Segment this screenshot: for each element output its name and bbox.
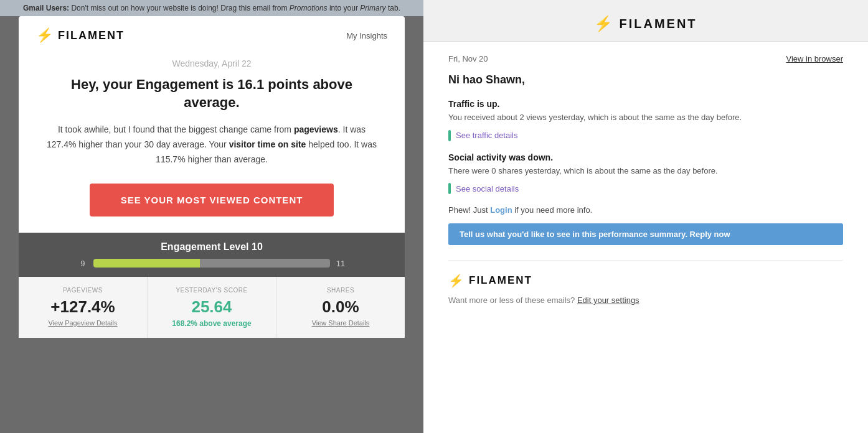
- email-header: ⚡ FILAMENT My Insights: [19, 16, 405, 52]
- progress-min: 9: [78, 259, 87, 268]
- meta-row: Fri, Nov 20 View in browser: [448, 54, 843, 63]
- pageviews-bold: pageviews: [294, 124, 338, 134]
- left-logo-area: ⚡ FILAMENT: [36, 27, 125, 44]
- left-bolt-icon: ⚡: [36, 27, 53, 44]
- social-text: There were 0 shares yesterday, which is …: [448, 165, 843, 177]
- score-label: YESTERDAY'S SCORE: [160, 287, 263, 294]
- right-bolt-icon: ⚡: [594, 15, 613, 32]
- view-in-browser-link[interactable]: View in browser: [786, 54, 843, 63]
- footer-text: Phew! Just Login if you need more info.: [448, 205, 843, 215]
- social-detail-link: See social details: [448, 183, 843, 194]
- gmail-users-label: Gmail Users:: [23, 4, 69, 12]
- engagement-level: 10: [252, 241, 263, 252]
- footer-bolt-icon: ⚡: [448, 273, 464, 288]
- traffic-title: Traffic is up.: [448, 99, 843, 109]
- settings-text: Want more or less of these emails? Edit …: [448, 296, 843, 305]
- edit-settings-link[interactable]: Edit your settings: [577, 296, 639, 305]
- cta-button[interactable]: SEE YOUR MOST VIEWED CONTENT: [90, 184, 334, 216]
- traffic-text: You received about 2 views yesterday, wh…: [448, 111, 843, 124]
- body-text-1: It took awhile, but I found that the big…: [58, 124, 294, 134]
- email-date: Wednesday, April 22: [44, 58, 380, 68]
- email-body-text: It took awhile, but I found that the big…: [44, 123, 380, 167]
- shares-value: 0.0%: [289, 297, 392, 317]
- promotions-text: Promotions: [290, 4, 328, 12]
- pageviews-value: +127.4%: [31, 297, 134, 317]
- feedback-text-1: Tell us what you'd like to see in this p…: [460, 230, 690, 239]
- primary-text: Primary: [360, 4, 385, 12]
- right-logo-area: ⚡ FILAMENT: [594, 15, 697, 32]
- email-card: ⚡ FILAMENT My Insights Wednesday, April …: [19, 16, 405, 338]
- stat-shares: SHARES 0.0% View Share Details: [276, 277, 405, 338]
- right-panel: ⚡ FILAMENT Fri, Nov 20 View in browser N…: [423, 0, 868, 433]
- stats-row: PAGEVIEWS +127.4% View Pageview Details …: [19, 277, 405, 338]
- feedback-cta: Reply now: [690, 230, 730, 239]
- left-logo-text: FILAMENT: [58, 29, 125, 42]
- greeting: Ni hao Shawn,: [448, 73, 843, 86]
- pageviews-link[interactable]: View Pageview Details: [31, 319, 134, 327]
- traffic-link-bar: [448, 130, 451, 141]
- engagement-title: Engagement Level 10: [36, 241, 387, 253]
- stat-pageviews: PAGEVIEWS +127.4% View Pageview Details: [19, 277, 148, 338]
- right-content: Fri, Nov 20 View in browser Ni hao Shawn…: [423, 42, 868, 433]
- traffic-link[interactable]: See traffic details: [456, 131, 517, 140]
- engagement-label: Engagement Level: [161, 241, 252, 252]
- stat-score: YESTERDAY'S SCORE 25.64 168.2% above ave…: [148, 277, 276, 338]
- shares-label: SHARES: [289, 287, 392, 294]
- gmail-banner-mid: into your: [329, 4, 360, 12]
- footer-text-1: Phew! Just: [448, 205, 490, 215]
- social-section: Social activity was down. There were 0 s…: [448, 152, 843, 195]
- meta-date: Fri, Nov 20: [448, 54, 488, 63]
- footer-text-2: if you need more info.: [512, 205, 593, 215]
- traffic-detail-link: See traffic details: [448, 130, 843, 141]
- email-headline: Hey, your Engagement is 16.1 points abov…: [44, 76, 380, 111]
- progress-row: 9 11: [36, 259, 387, 268]
- right-logo-text: FILAMENT: [619, 17, 697, 31]
- gmail-banner-text: Don't miss out on how your website is do…: [71, 4, 289, 12]
- progress-fill: [93, 259, 200, 268]
- footer-logo-area: ⚡ FILAMENT: [448, 273, 843, 288]
- shares-link[interactable]: View Share Details: [289, 319, 392, 327]
- progress-max: 11: [336, 259, 345, 268]
- footer-logo-text: FILAMENT: [469, 274, 532, 287]
- right-footer: ⚡ FILAMENT Want more or less of these em…: [448, 260, 843, 305]
- score-sub: 168.2% above average: [160, 319, 263, 328]
- engagement-bar: Engagement Level 10 9 11: [19, 233, 405, 277]
- my-insights-link[interactable]: My Insights: [346, 31, 387, 40]
- score-value: 25.64: [160, 297, 263, 317]
- email-body: Wednesday, April 22 Hey, your Engagement…: [19, 52, 405, 233]
- left-panel: Gmail Users: Don't miss out on how your …: [0, 0, 423, 433]
- visitor-bold: visitor time on site: [229, 139, 306, 149]
- login-link[interactable]: Login: [490, 205, 512, 215]
- social-link-bar: [448, 183, 451, 194]
- pageviews-label: PAGEVIEWS: [31, 287, 134, 294]
- feedback-banner[interactable]: Tell us what you'd like to see in this p…: [448, 223, 843, 245]
- right-header: ⚡ FILAMENT: [423, 0, 868, 42]
- settings-text-1: Want more or less of these emails?: [448, 296, 577, 305]
- gmail-banner: Gmail Users: Don't miss out on how your …: [0, 0, 423, 16]
- gmail-banner-end: tab.: [388, 4, 400, 12]
- progress-track: [93, 259, 330, 268]
- social-title: Social activity was down.: [448, 152, 843, 162]
- traffic-section: Traffic is up. You received about 2 view…: [448, 99, 843, 141]
- social-link[interactable]: See social details: [456, 184, 519, 193]
